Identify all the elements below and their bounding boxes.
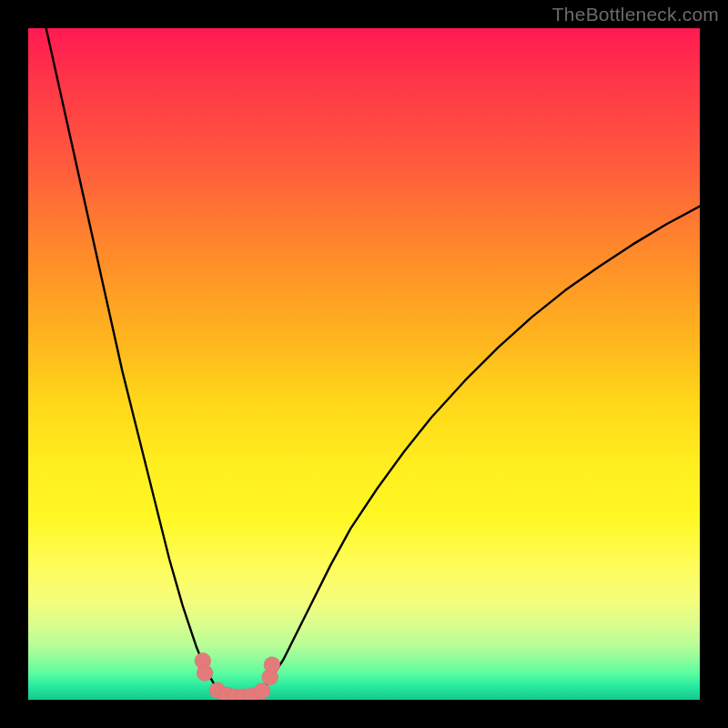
watermark-label: TheBottleneck.com	[552, 4, 719, 25]
bottleneck-curve	[42, 28, 700, 697]
chart-svg	[28, 28, 700, 700]
data-marker	[264, 657, 280, 673]
chart-outer: TheBottleneck.com	[0, 0, 728, 728]
data-marker	[197, 665, 213, 682]
plot-area	[28, 28, 700, 700]
data-marker	[254, 683, 270, 700]
